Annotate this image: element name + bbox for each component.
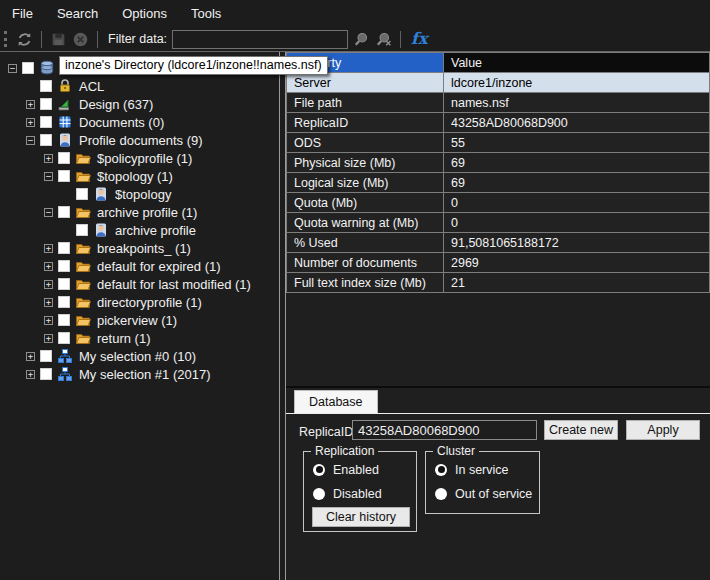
property-row[interactable]: Physical size (Mb)69 <box>287 153 710 173</box>
property-row[interactable]: Serverldcore1/inzone <box>287 73 710 93</box>
tree-item[interactable]: $topology <box>0 185 279 203</box>
property-cell[interactable]: Logical size (Mb) <box>287 173 444 193</box>
tree-checkbox[interactable] <box>40 98 52 110</box>
collapse-icon[interactable]: − <box>8 64 17 73</box>
property-cell[interactable]: ReplicaID <box>287 113 444 133</box>
radio-checked-icon[interactable] <box>435 464 447 476</box>
menu-item-file[interactable]: File <box>12 6 33 21</box>
value-cell[interactable]: 2969 <box>444 253 710 273</box>
clear-history-button[interactable]: Clear history <box>312 507 410 527</box>
tree-checkbox[interactable] <box>40 116 52 128</box>
property-row[interactable]: File pathnames.nsf <box>287 93 710 113</box>
panel-splitter[interactable] <box>279 52 286 580</box>
expand-icon[interactable]: + <box>44 280 53 289</box>
tab-database[interactable]: Database <box>294 390 378 413</box>
tree-checkbox[interactable] <box>40 350 52 362</box>
value-cell[interactable]: 69 <box>444 153 710 173</box>
radio-unchecked-icon[interactable] <box>313 488 325 500</box>
tree-item[interactable]: +breakpoints_ (1) <box>0 239 279 257</box>
search-icon[interactable] <box>353 31 370 48</box>
property-cell[interactable]: Number of documents <box>287 253 444 273</box>
tree-item[interactable]: +return (1) <box>0 329 279 347</box>
expand-icon[interactable]: + <box>44 244 53 253</box>
expand-icon[interactable]: + <box>44 316 53 325</box>
property-row[interactable]: ODS55 <box>287 133 710 153</box>
tree-item[interactable]: +Documents (0) <box>0 113 279 131</box>
toolbar-grip[interactable] <box>4 31 7 47</box>
tree-item[interactable]: +pickerview (1) <box>0 311 279 329</box>
tree-item[interactable]: +default for last modified (1) <box>0 275 279 293</box>
property-cell[interactable]: ODS <box>287 133 444 153</box>
property-cell[interactable]: File path <box>287 93 444 113</box>
tree-checkbox[interactable] <box>58 260 70 272</box>
tree-checkbox[interactable] <box>76 188 88 200</box>
collapse-icon[interactable]: − <box>44 208 53 217</box>
radio-unchecked-icon[interactable] <box>435 488 447 500</box>
expand-icon[interactable]: + <box>26 370 35 379</box>
value-cell[interactable]: 91,5081065188172 <box>444 233 710 253</box>
property-row[interactable]: Full text index size (Mb)21 <box>287 273 710 293</box>
expand-icon[interactable]: + <box>44 334 53 343</box>
value-cell[interactable]: ldcore1/inzone <box>444 73 710 93</box>
tree-checkbox[interactable] <box>58 206 70 218</box>
tree-checkbox[interactable] <box>58 332 70 344</box>
tree-checkbox[interactable] <box>58 152 70 164</box>
clear-search-icon[interactable] <box>375 31 392 48</box>
value-cell[interactable]: 0 <box>444 193 710 213</box>
create-new-button[interactable]: Create new <box>544 420 618 440</box>
tree-item[interactable]: +My selection #1 (2017) <box>0 365 279 383</box>
menu-item-search[interactable]: Search <box>57 6 98 21</box>
tree-item[interactable]: +directoryprofile (1) <box>0 293 279 311</box>
menu-item-options[interactable]: Options <box>122 6 167 21</box>
collapse-icon[interactable]: − <box>26 136 35 145</box>
refresh-icon[interactable] <box>16 31 33 48</box>
tree-checkbox[interactable] <box>58 296 70 308</box>
property-cell[interactable]: Full text index size (Mb) <box>287 273 444 293</box>
property-row[interactable]: Logical size (Mb)69 <box>287 173 710 193</box>
tree-checkbox[interactable] <box>58 242 70 254</box>
collapse-icon[interactable]: − <box>44 172 53 181</box>
expand-icon[interactable]: + <box>44 262 53 271</box>
filter-input[interactable] <box>172 30 348 49</box>
tree-item[interactable]: −archive profile (1) <box>0 203 279 221</box>
tree-item[interactable]: −$topology (1) <box>0 167 279 185</box>
replica-id-input[interactable] <box>352 420 537 440</box>
value-cell[interactable]: names.nsf <box>444 93 710 113</box>
tree-checkbox[interactable] <box>22 62 34 74</box>
tree-checkbox[interactable] <box>40 368 52 380</box>
expand-icon[interactable]: + <box>26 352 35 361</box>
expand-icon[interactable]: + <box>26 118 35 127</box>
expand-icon[interactable]: + <box>44 298 53 307</box>
tree-item[interactable]: +$policyprofile (1) <box>0 149 279 167</box>
property-cell[interactable]: Physical size (Mb) <box>287 153 444 173</box>
replication-option[interactable]: Disabled <box>313 487 416 500</box>
cluster-option[interactable]: In service <box>435 463 539 476</box>
property-cell[interactable]: Quota warning at (Mb) <box>287 213 444 233</box>
tree-checkbox[interactable] <box>40 80 52 92</box>
value-cell[interactable]: 55 <box>444 133 710 153</box>
tree-checkbox[interactable] <box>76 224 88 236</box>
property-row[interactable]: ReplicaID43258AD80068D900 <box>287 113 710 133</box>
property-cell[interactable]: Quota (Mb) <box>287 193 444 213</box>
apply-button[interactable]: Apply <box>626 420 700 440</box>
expand-icon[interactable]: + <box>26 100 35 109</box>
menu-item-tools[interactable]: Tools <box>191 6 221 21</box>
tree-item[interactable]: −Profile documents (9) <box>0 131 279 149</box>
radio-checked-icon[interactable] <box>313 464 325 476</box>
value-cell[interactable]: 21 <box>444 273 710 293</box>
tree-item[interactable]: +default for expired (1) <box>0 257 279 275</box>
value-cell[interactable]: 43258AD80068D900 <box>444 113 710 133</box>
tree-item[interactable]: archive profile <box>0 221 279 239</box>
property-row[interactable]: Quota warning at (Mb)0 <box>287 213 710 233</box>
tree-checkbox[interactable] <box>58 314 70 326</box>
tree-item[interactable]: +My selection #0 (10) <box>0 347 279 365</box>
property-row[interactable]: % Used91,5081065188172 <box>287 233 710 253</box>
property-row[interactable]: Quota (Mb)0 <box>287 193 710 213</box>
expand-icon[interactable]: + <box>44 154 53 163</box>
replication-option[interactable]: Enabled <box>313 463 416 476</box>
tree-checkbox[interactable] <box>58 170 70 182</box>
value-cell[interactable]: 0 <box>444 213 710 233</box>
tree-checkbox[interactable] <box>58 278 70 290</box>
tree-item[interactable]: +Design (637) <box>0 95 279 113</box>
formula-icon[interactable]: fx <box>409 31 429 47</box>
